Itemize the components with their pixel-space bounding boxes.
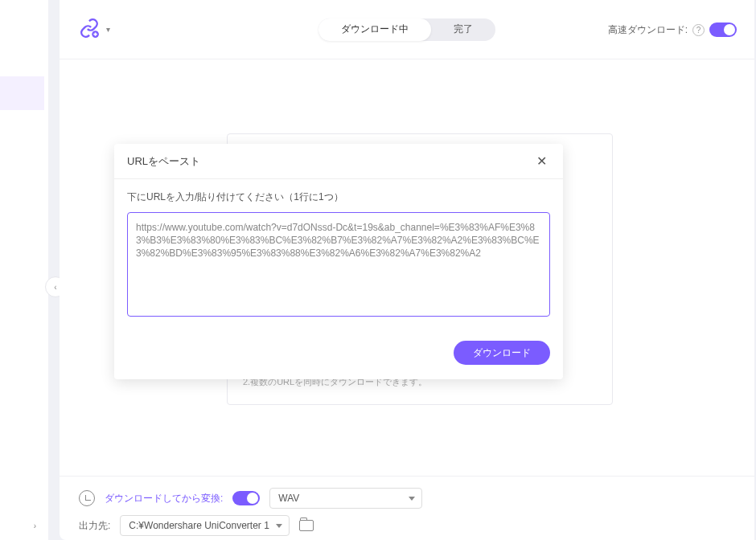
- url-input[interactable]: [127, 212, 550, 317]
- fast-download-toggle[interactable]: [709, 22, 737, 37]
- sidebar-expand-button[interactable]: ›: [0, 511, 44, 540]
- fast-download-group: 高速ダウンロード: ?: [608, 0, 737, 59]
- modal-instruction: 下にURLを入力/貼り付けてください（1行に1つ）: [127, 190, 550, 204]
- tab-group: ダウンロード中 完了: [318, 18, 495, 41]
- modal-title: URLをペースト: [127, 154, 200, 169]
- tab-downloading[interactable]: ダウンロード中: [318, 18, 431, 41]
- modal-header: URLをペースト ✕: [114, 144, 563, 179]
- paste-url-modal: URLをペースト ✕ 下にURLを入力/貼り付けてください（1行に1つ） ダウン…: [114, 144, 563, 379]
- bottom-row-output: 出力先: C:¥Wondershare UniConverter 1: [79, 512, 735, 539]
- download-button[interactable]: ダウンロード: [454, 341, 550, 365]
- open-folder-icon[interactable]: [299, 520, 314, 531]
- output-path-select[interactable]: C:¥Wondershare UniConverter 1: [120, 515, 290, 536]
- modal-footer: ダウンロード: [114, 333, 563, 379]
- content-area: 2.複数のURLを同時にダウンロードできます。 URLをペースト ✕ 下にURL…: [60, 59, 754, 476]
- convert-after-download-toggle[interactable]: [232, 491, 260, 505]
- main-panel: ▾ ダウンロード中 完了 高速ダウンロード: ? 2.複数のURLを同時にダウン…: [60, 0, 754, 540]
- history-icon[interactable]: [79, 490, 95, 506]
- bottom-row-convert: ダウンロードしてから変換: WAV: [79, 485, 735, 512]
- output-label: 出力先:: [79, 519, 110, 533]
- format-select[interactable]: WAV: [269, 488, 422, 509]
- tab-done[interactable]: 完了: [431, 18, 495, 41]
- convert-after-download-label: ダウンロードしてから変換:: [105, 492, 223, 505]
- add-link-menu-chevron-icon[interactable]: ▾: [106, 25, 110, 34]
- add-link-icon[interactable]: [79, 18, 100, 42]
- topbar: ▾ ダウンロード中 完了 高速ダウンロード: ?: [60, 0, 754, 59]
- fast-download-label: 高速ダウンロード:: [608, 23, 688, 37]
- bottombar: ダウンロードしてから変換: WAV 出力先: C:¥Wondershare Un…: [60, 476, 754, 540]
- close-icon[interactable]: ✕: [533, 150, 550, 172]
- sidebar-active-indicator: [0, 76, 44, 110]
- help-icon[interactable]: ?: [692, 24, 705, 36]
- modal-body: 下にURLを入力/貼り付けてください（1行に1つ）: [114, 179, 563, 333]
